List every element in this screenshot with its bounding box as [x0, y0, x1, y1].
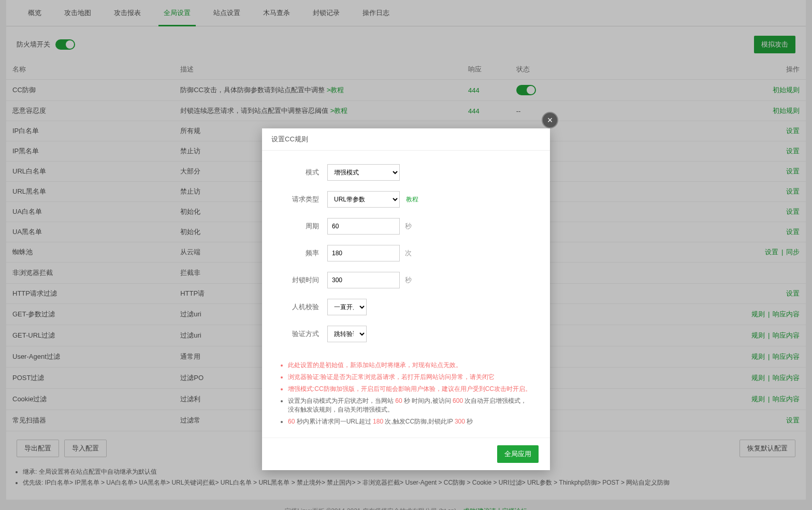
freq-unit: 次 — [405, 249, 412, 258]
close-icon[interactable]: × — [542, 112, 558, 128]
reqtype-tutorial-link[interactable]: 教程 — [406, 195, 418, 204]
verify-label: 验证方式 — [281, 329, 327, 339]
tip-item: 浏览器验证:验证是否为正常浏览器请求，若打开后网站访问异常，请关闭它 — [288, 373, 531, 382]
mode-select[interactable]: 增强模式 — [327, 164, 400, 181]
modal-tips: 此处设置的是初始值，新添加站点时将继承，对现有站点无效。浏览器验证:验证是否为正… — [262, 361, 550, 438]
modal-title: 设置CC规则 — [271, 135, 308, 144]
mode-label: 模式 — [281, 168, 327, 177]
locktime-input[interactable] — [327, 272, 400, 288]
locktime-label: 封锁时间 — [281, 275, 327, 285]
locktime-unit: 秒 — [405, 275, 412, 285]
modal-body: 模式 增强模式 请求类型 URL带参数 教程 周期 秒 频率 次 封锁时间 秒 … — [262, 151, 550, 358]
tip-item: 设置为自动模式为开启状态时，当网站 60 秒 时间内,被访问 600 次自动开启… — [288, 397, 531, 414]
period-unit: 秒 — [405, 222, 412, 231]
freq-input[interactable] — [327, 245, 400, 261]
verify-select[interactable]: 跳转验证 — [327, 326, 367, 342]
apply-global-button[interactable]: 全局应用 — [497, 445, 539, 463]
modal-header: 设置CC规则 × — [262, 128, 550, 151]
reqtype-select[interactable]: URL带参数 — [327, 191, 400, 208]
tip-item: 60 秒内累计请求同一URL超过 180 次,触发CC防御,封锁此IP 300 … — [288, 417, 531, 426]
modal-footer: 全局应用 — [262, 438, 550, 470]
cc-rules-modal: 设置CC规则 × 模式 增强模式 请求类型 URL带参数 教程 周期 秒 频率 … — [262, 128, 550, 470]
freq-label: 频率 — [281, 249, 327, 258]
tip-item: 此处设置的是初始值，新添加站点时将继承，对现有站点无效。 — [288, 361, 531, 370]
captcha-label: 人机校验 — [281, 302, 327, 312]
captcha-select[interactable]: 一直开启 — [327, 299, 367, 315]
tip-item: 增强模式:CC防御加强版，开启后可能会影响用户体验，建议在用户受到CC攻击时开启… — [288, 385, 531, 394]
period-label: 周期 — [281, 222, 327, 231]
reqtype-label: 请求类型 — [281, 195, 327, 204]
period-input[interactable] — [327, 218, 400, 235]
